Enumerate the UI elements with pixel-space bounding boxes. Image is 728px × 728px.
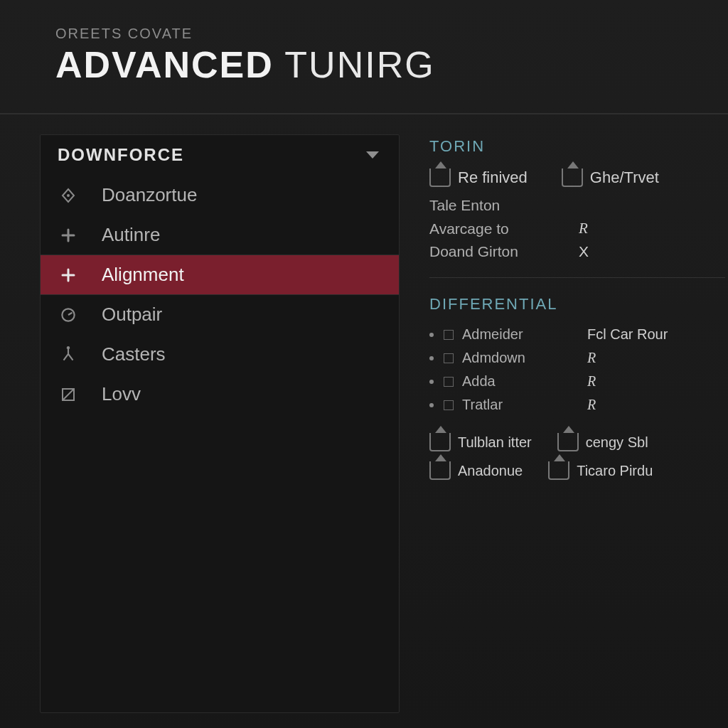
page-title-light: TUNIRG bbox=[274, 44, 435, 85]
preset-icon bbox=[557, 433, 579, 451]
checkbox-icon bbox=[444, 377, 454, 387]
li-value: R bbox=[587, 350, 596, 366]
slash-box-icon bbox=[58, 384, 79, 405]
diamond-icon bbox=[58, 185, 79, 206]
chip-label: Anadonue bbox=[458, 463, 523, 479]
li-label: Adda bbox=[462, 373, 587, 390]
li-value: R bbox=[587, 397, 596, 413]
svg-point-1 bbox=[67, 194, 70, 197]
preset-icon bbox=[562, 168, 583, 187]
sidebar-item-label: Lovv bbox=[102, 383, 141, 405]
li-label: Tratlar bbox=[462, 397, 587, 413]
checkbox-icon bbox=[444, 330, 454, 340]
chevron-down-icon bbox=[366, 151, 379, 159]
plus-icon bbox=[58, 264, 79, 286]
preset-icon bbox=[429, 433, 451, 451]
chip-label: cengy Sbl bbox=[586, 434, 648, 451]
kv-value: X bbox=[579, 243, 607, 260]
sidebar-item-autinre[interactable]: Autinre bbox=[41, 215, 399, 255]
chip-tulblanitter[interactable]: Tulblan itter bbox=[429, 433, 532, 451]
sidebar-item-lovv[interactable]: Lovv bbox=[41, 374, 399, 414]
checkbox-icon bbox=[444, 353, 454, 363]
sidebar-item-label: Doanzortue bbox=[102, 184, 197, 206]
list-item[interactable]: Tratlar R bbox=[429, 397, 728, 413]
differential-chip-row-1: Tulblan itter cengy Sbl bbox=[429, 433, 728, 451]
li-value: R bbox=[587, 373, 596, 390]
sidebar-item-alignment[interactable]: Alignment bbox=[41, 255, 399, 294]
kv-key: Tale Enton bbox=[429, 197, 579, 214]
li-label: Admeider bbox=[462, 326, 587, 343]
chip-label: Re finived bbox=[458, 168, 528, 187]
chip-label: Tulblan itter bbox=[458, 434, 532, 451]
svg-point-3 bbox=[67, 346, 70, 349]
sidebar-item-label: Alignment bbox=[102, 264, 184, 286]
kv-key: Avarcage to bbox=[429, 220, 579, 237]
li-label: Admdown bbox=[462, 350, 587, 366]
torin-row[interactable]: Avarcage to R bbox=[429, 220, 728, 237]
sidebar-item-doanzortue[interactable]: Doanzortue bbox=[41, 175, 399, 215]
app-root: OREETS COVATE ADVANCED TUNIRG DOWNFORCE … bbox=[0, 0, 728, 728]
plus-icon bbox=[58, 225, 79, 246]
sidebar-item-outpair[interactable]: Outpair bbox=[41, 294, 399, 334]
section-title-differential: DIFFERENTIAL bbox=[429, 295, 728, 314]
bullet-icon bbox=[429, 403, 434, 407]
sidebar-item-label: Autinre bbox=[102, 224, 160, 246]
page-title: ADVANCED TUNIRG bbox=[55, 43, 728, 86]
chip-refinived[interactable]: Re finived bbox=[429, 168, 528, 187]
split-icon bbox=[58, 344, 79, 365]
sidebar-item-casters[interactable]: Casters bbox=[41, 334, 399, 374]
chip-label: Ticaro Pirdu bbox=[577, 463, 653, 479]
torin-row[interactable]: Doand Girton X bbox=[429, 243, 728, 260]
bullet-icon bbox=[429, 380, 434, 384]
gauge-icon bbox=[58, 304, 79, 326]
preset-icon bbox=[429, 168, 451, 187]
chip-cengysbl[interactable]: cengy Sbl bbox=[557, 433, 648, 451]
list-item[interactable]: Adda R bbox=[429, 373, 728, 390]
sidebar-item-label: Outpair bbox=[102, 304, 162, 326]
sidebar-panel: DOWNFORCE Doanzortue Autinre Alignm bbox=[40, 134, 400, 713]
chip-anadonue[interactable]: Anadonue bbox=[429, 461, 523, 480]
sidebar-title: DOWNFORCE bbox=[58, 145, 184, 165]
chip-label: Ghe/Trvet bbox=[590, 168, 659, 187]
differential-chip-row-2: Anadonue Ticaro Pirdu bbox=[429, 461, 728, 480]
torin-chip-row: Re finived Ghe/Trvet bbox=[429, 168, 728, 187]
checkbox-icon bbox=[444, 400, 454, 410]
breadcrumb: OREETS COVATE bbox=[55, 26, 728, 42]
detail-panel: TORIN Re finived Ghe/Trvet Tale Enton Av… bbox=[429, 134, 728, 713]
preset-icon bbox=[429, 461, 451, 480]
chip-ghetrvet[interactable]: Ghe/Trvet bbox=[562, 168, 659, 187]
kv-key: Doand Girton bbox=[429, 243, 579, 260]
bullet-icon bbox=[429, 333, 434, 337]
kv-value: R bbox=[579, 220, 607, 237]
preset-icon bbox=[548, 461, 569, 480]
body-columns: DOWNFORCE Doanzortue Autinre Alignm bbox=[0, 114, 728, 713]
list-item[interactable]: Admeider Fcl Car Rour bbox=[429, 326, 728, 343]
section-divider bbox=[429, 277, 725, 278]
list-item[interactable]: Admdown R bbox=[429, 350, 728, 366]
li-value: Fcl Car Rour bbox=[587, 326, 668, 343]
page-header: OREETS COVATE ADVANCED TUNIRG bbox=[0, 0, 728, 106]
sidebar-item-label: Casters bbox=[102, 343, 166, 365]
chip-ticaropirdu[interactable]: Ticaro Pirdu bbox=[548, 461, 653, 480]
torin-row[interactable]: Tale Enton bbox=[429, 197, 728, 214]
section-title-torin: TORIN bbox=[429, 137, 728, 156]
bullet-icon bbox=[429, 356, 434, 360]
page-title-bold: ADVANCED bbox=[55, 44, 274, 85]
differential-list: Admeider Fcl Car Rour Admdown R Adda R bbox=[429, 326, 728, 413]
sidebar-header[interactable]: DOWNFORCE bbox=[41, 135, 399, 175]
